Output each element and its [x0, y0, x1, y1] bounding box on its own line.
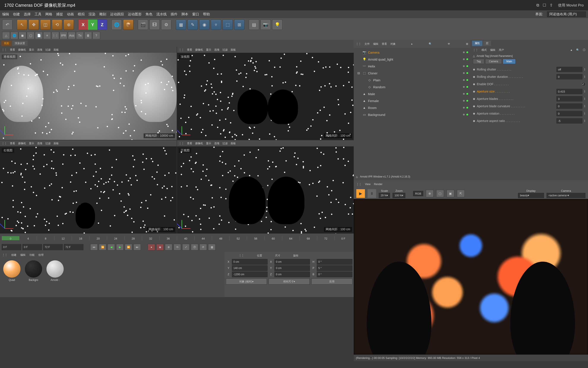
add-light-button[interactable]: 💡 [272, 19, 282, 30]
nav-up-icon[interactable]: ▲ [570, 48, 573, 51]
coord-size-select[interactable]: 绝对尺寸 ▾ [269, 278, 310, 285]
share-icon[interactable]: ⇪ [550, 3, 553, 8]
select-tool[interactable]: ↖ [17, 19, 27, 30]
key-scale-button[interactable]: ⤢ [182, 244, 190, 250]
obj-menu-item[interactable]: 查看 [382, 42, 387, 46]
layout-select[interactable]: 阿诺德布局 (用户) [547, 11, 586, 17]
material-item[interactable]: Backgro [24, 260, 43, 295]
stepper-icon[interactable]: ⦚ [584, 105, 585, 108]
object-row[interactable]: 📷Camera [355, 49, 469, 56]
vp-menu-item[interactable]: 选项 [214, 48, 219, 52]
ipr-display-select[interactable]: beauty ▾ [518, 193, 544, 198]
coord-pos-input[interactable]: 0 cm [232, 259, 268, 265]
material-item[interactable]: Quad [2, 260, 22, 295]
viewport-front[interactable]: ⋮⋮查看摄像机显示选项过滤面板 正视图 网格间距 : 100 cm [177, 140, 354, 233]
vp-menu-item[interactable]: 显示 [206, 48, 211, 52]
frame-end2-input[interactable]: 72 F [64, 244, 83, 250]
solid-icon[interactable]: ◼ [18, 32, 26, 39]
coord-size-input[interactable]: 0 cm [274, 259, 310, 265]
page-icon[interactable]: 📄 [35, 32, 43, 39]
stepper-icon[interactable]: ⦚ [584, 112, 585, 115]
outline-icon[interactable]: ▢ [27, 32, 35, 39]
prop-input[interactable]: off [556, 67, 582, 72]
pip-icon[interactable]: ⧉ [536, 3, 539, 8]
lasttool-button[interactable]: ⊕ [63, 19, 74, 30]
vp-menu-item[interactable]: 摄像机 [18, 142, 26, 145]
prop-input[interactable]: 3 [556, 96, 582, 101]
vp-menu-item[interactable]: 查看 [187, 48, 192, 52]
prop-input[interactable]: 0 [556, 74, 582, 79]
object-row[interactable]: 💡Arnold quad_light [355, 56, 469, 63]
loop-button[interactable]: ⟳ [200, 244, 207, 250]
add-cube-button[interactable]: ▦ [176, 19, 186, 30]
menu-item[interactable]: 网格 [45, 12, 52, 17]
obj-menu-item[interactable]: 文件 [365, 42, 370, 46]
vp-menu-item[interactable]: 摄像机 [18, 48, 26, 52]
menu-item[interactable]: 雕刻 [99, 12, 106, 17]
vp-menu-item[interactable]: 查看 [10, 142, 15, 145]
menu-item[interactable]: 运动跟踪 [110, 12, 124, 17]
layers-icon[interactable]: ≡ [43, 32, 51, 39]
viewport-right[interactable]: ⋮⋮查看摄像机显示选项过滤面板 右视图 网格间距 : 100 cm [0, 140, 177, 233]
vp-menu-item[interactable]: 选项 [37, 142, 42, 145]
key-pos-button[interactable]: ⊕ [165, 244, 172, 250]
ipr-crop-icon[interactable]: ▣ [447, 190, 454, 197]
ipr-play-button[interactable]: ▶ [356, 189, 365, 198]
render-queue-icon[interactable]: ⚙ [161, 19, 171, 30]
menu-item[interactable]: 帮助 [203, 12, 210, 17]
prop-input[interactable]: 0.415 [556, 89, 582, 94]
coord-rot-input[interactable]: 5 ° [317, 265, 352, 271]
menu-item[interactable]: 创建 [13, 12, 20, 17]
ipr-pause-button[interactable]: ⏸ [368, 189, 376, 198]
viewport-top[interactable]: ⋮⋮查看摄像机显示选项过滤面板 顶视图 网格间距 : 100 cm [177, 47, 354, 140]
menu-item[interactable]: 流水线 [156, 12, 167, 17]
stepper-icon[interactable]: ⦚ [584, 119, 585, 122]
tab-rendersettings[interactable]: 渲染设置 [12, 41, 28, 46]
mat-menu-item[interactable]: 纹理 [38, 253, 44, 257]
viewport-perspective[interactable]: ⋮⋮查看摄像机显示选项过滤面板 透视视图 网格间距 : 10000 cm [0, 47, 177, 140]
ipr-region-icon[interactable]: ▢ [436, 190, 444, 197]
grid-icon[interactable]: ⋮⋮ [51, 32, 59, 39]
key-param-button[interactable]: Ⓟ [191, 244, 198, 250]
menu-item[interactable]: 工具 [35, 12, 42, 17]
menu-item[interactable]: 捕捉 [56, 12, 63, 17]
coord-system-button[interactable]: 🌐 [111, 19, 122, 30]
play-button[interactable]: ▶ [116, 244, 123, 250]
ipr-menu-view[interactable]: View [365, 183, 370, 186]
object-row[interactable]: ▲Room [355, 104, 469, 111]
vp-menu-item[interactable]: 显示 [206, 142, 211, 145]
vp-menu-item[interactable]: 面板 [53, 48, 59, 52]
move-tool[interactable]: ✥ [28, 19, 39, 30]
rotate-tool[interactable]: ⟲ [52, 19, 62, 30]
menu-item[interactable]: 脚本 [181, 12, 188, 17]
subtab-tag[interactable]: Tag [473, 59, 484, 64]
trash-icon[interactable]: 🗑 [84, 32, 92, 39]
mat-menu-item[interactable]: 创建 [11, 253, 17, 257]
add-deformer-button[interactable]: ▿ [211, 19, 221, 30]
add-camera-button[interactable]: 📷 [260, 19, 271, 30]
subtab-main[interactable]: Main [503, 59, 516, 64]
prop-input[interactable]: 0 [556, 104, 582, 109]
coord-pos-input[interactable]: -1200 cm [232, 272, 268, 277]
add-floor-button[interactable]: ▤ [249, 19, 259, 30]
menu-item[interactable]: 选择 [24, 12, 31, 17]
prev-key-button[interactable]: ⏪ [99, 244, 106, 250]
vp-menu-item[interactable]: 过滤 [45, 142, 51, 145]
coord-apply-button[interactable]: 应用 [311, 278, 352, 285]
help-icon[interactable]: ? [92, 32, 100, 39]
timeline-ruler[interactable]: 048121620242832364044485256606468720 F [0, 233, 354, 243]
undo-button[interactable]: ↶ [2, 19, 13, 30]
prop-input[interactable]: -5 [556, 118, 582, 123]
tab-view[interactable]: 视图 [1, 41, 12, 46]
vp-menu-item[interactable]: 过滤 [222, 142, 228, 145]
object-row[interactable]: ▲Female [355, 97, 469, 104]
render-settings-icon[interactable]: 🎞 [149, 19, 160, 30]
mat-menu-item[interactable]: 编辑 [20, 253, 26, 257]
prop-checkbox[interactable] [582, 82, 585, 86]
mat-menu-item[interactable]: 功能 [29, 253, 35, 257]
menu-item[interactable]: 动画 [67, 12, 74, 17]
ipr-zoom-select[interactable]: 100 % ▾ [393, 193, 405, 198]
obj-menu-item[interactable]: 编辑 [373, 42, 378, 46]
frame-end-input[interactable]: 72 F [43, 244, 63, 250]
vp-menu-item[interactable]: 摄像机 [195, 142, 203, 145]
